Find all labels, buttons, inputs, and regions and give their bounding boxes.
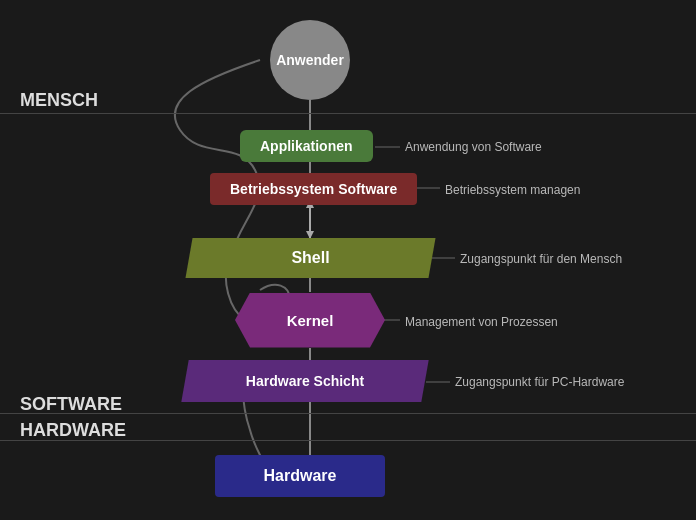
- shell-annotation: Zugangspunkt für den Mensch: [460, 252, 622, 266]
- kernel-node: Kernel: [230, 290, 390, 350]
- hardware-schicht-annotation: Zugangspunkt für PC-Hardware: [455, 375, 624, 389]
- kernel-annotation: Management von Prozessen: [405, 315, 558, 329]
- hardware-node: Hardware: [215, 455, 385, 497]
- hardware-label: HARDWARE: [20, 420, 126, 441]
- applikationen-annotation: Anwendung von Software: [405, 140, 542, 154]
- betriebssystem-node: Betriebssystem Software: [210, 173, 417, 205]
- betriebssystem-annotation: Betriebssystem managen: [445, 183, 580, 197]
- mensch-divider: [0, 113, 696, 114]
- diagram-container: MENSCH Anwender Applikationen Anwendung …: [0, 0, 696, 520]
- software-label: SOFTWARE: [20, 394, 122, 415]
- mensch-label: MENSCH: [20, 90, 98, 111]
- hardware-schicht-node: Hardware Schicht: [185, 360, 425, 402]
- shell-node: Shell: [189, 238, 432, 278]
- applikationen-node: Applikationen: [240, 130, 373, 162]
- anwender-node: Anwender: [270, 20, 350, 100]
